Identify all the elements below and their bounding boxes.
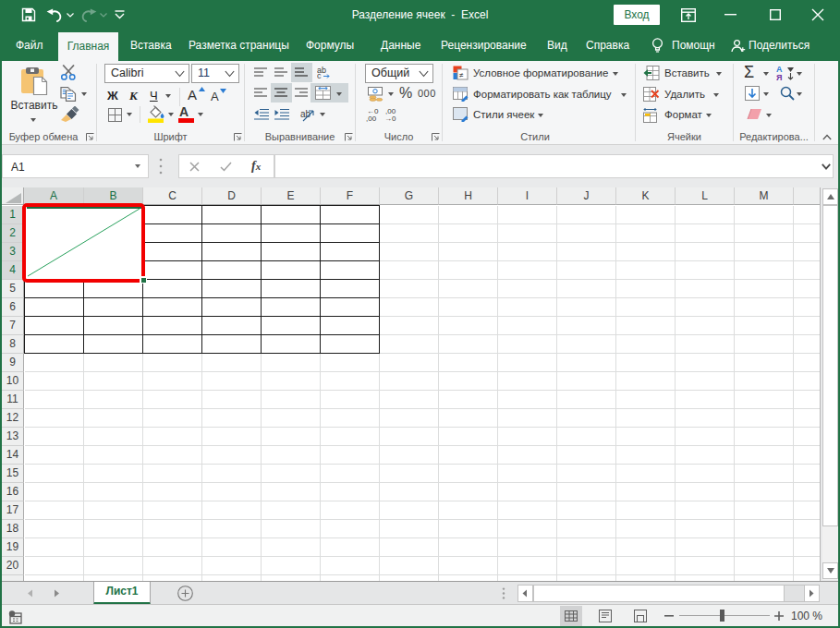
- svg-text:c: c: [317, 71, 322, 78]
- svg-text:,00: ,00: [366, 115, 377, 122]
- svg-text:→0: →0: [384, 115, 396, 122]
- svg-text:≠: ≠: [459, 71, 464, 79]
- svg-text:Я: Я: [776, 73, 782, 81]
